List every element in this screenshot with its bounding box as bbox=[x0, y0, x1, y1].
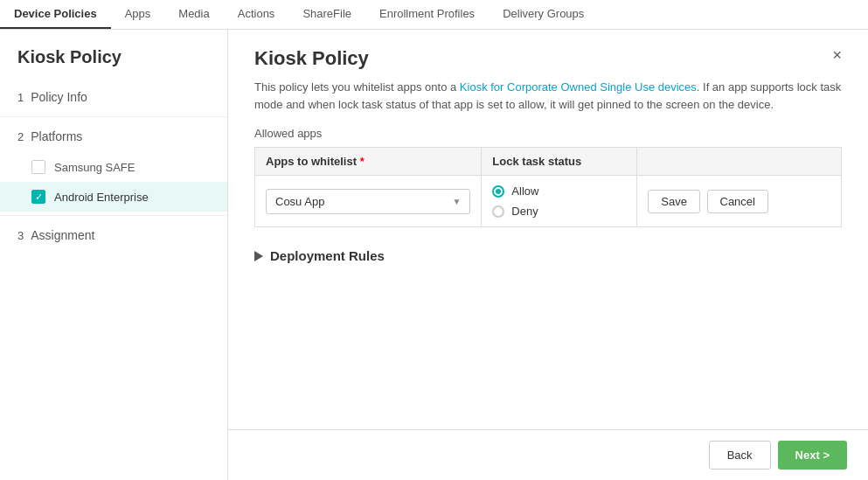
panel-header: Kiosk Policy × bbox=[254, 47, 842, 70]
sidebar: Kiosk Policy 1 Policy Info 2 Platforms S… bbox=[0, 30, 228, 480]
table-row: Cosu App ▼ Allow Deny bbox=[255, 176, 842, 227]
panel-description: This policy lets you whitelist apps onto… bbox=[254, 79, 842, 113]
sidebar-step-1[interactable]: 1 Policy Info bbox=[0, 81, 227, 113]
deny-label: Deny bbox=[511, 205, 538, 218]
sidebar-step-3[interactable]: 3 Assignment bbox=[0, 219, 227, 251]
bottom-bar: Back Next > bbox=[228, 429, 868, 480]
step-2-label: Platforms bbox=[31, 129, 82, 143]
nav-sharefile[interactable]: ShareFile bbox=[288, 0, 365, 29]
lock-task-cell: Allow Deny bbox=[482, 176, 637, 227]
allow-radio-circle[interactable] bbox=[492, 185, 504, 198]
required-star: * bbox=[360, 155, 365, 168]
sidebar-step-2[interactable]: 2 Platforms bbox=[0, 121, 227, 152]
triangle-right-icon bbox=[254, 251, 263, 261]
nav-delivery-groups[interactable]: Delivery Groups bbox=[489, 0, 598, 29]
deployment-rules-label: Deployment Rules bbox=[270, 248, 385, 263]
android-enterprise-label: Android Enterprise bbox=[54, 191, 149, 204]
radio-group: Allow Deny bbox=[492, 184, 626, 218]
nav-media[interactable]: Media bbox=[164, 0, 223, 29]
allowed-apps-label: Allowed apps bbox=[254, 127, 842, 140]
app-dropdown-value: Cosu App bbox=[275, 195, 324, 208]
radio-allow[interactable]: Allow bbox=[492, 184, 626, 198]
app-dropdown[interactable]: Cosu App ▼ bbox=[266, 189, 470, 214]
samsung-safe-checkbox[interactable] bbox=[31, 160, 45, 174]
col-actions bbox=[637, 148, 842, 176]
panel-title: Kiosk Policy bbox=[254, 47, 369, 70]
step-2-number: 2 bbox=[17, 130, 24, 143]
nav-enrollment-profiles[interactable]: Enrollment Profiles bbox=[365, 0, 489, 29]
step-1-label: Policy Info bbox=[31, 90, 87, 104]
cancel-row-button[interactable]: Cancel bbox=[707, 190, 768, 213]
deployment-rules-section[interactable]: Deployment Rules bbox=[254, 248, 842, 263]
android-enterprise-checkbox[interactable] bbox=[31, 190, 45, 204]
step-3-number: 3 bbox=[17, 229, 24, 242]
samsung-safe-label: Samsung SAFE bbox=[54, 161, 135, 174]
close-button[interactable]: × bbox=[832, 47, 842, 63]
whitelist-table: Apps to whitelist * Lock task status Cos… bbox=[254, 147, 842, 227]
sidebar-android-enterprise[interactable]: Android Enterprise bbox=[0, 182, 227, 212]
nav-apps[interactable]: Apps bbox=[111, 0, 165, 29]
nav-device-policies[interactable]: Device Policies bbox=[0, 0, 111, 29]
nav-actions[interactable]: Actions bbox=[224, 0, 289, 29]
main-content: Kiosk Policy × This policy lets you whit… bbox=[228, 30, 868, 480]
top-nav: Device Policies Apps Media Actions Share… bbox=[0, 0, 868, 30]
app-select-cell: Cosu App ▼ bbox=[255, 176, 482, 227]
radio-deny[interactable]: Deny bbox=[492, 205, 626, 218]
chevron-down-icon: ▼ bbox=[452, 197, 461, 206]
step-1-number: 1 bbox=[17, 91, 24, 104]
save-row-button[interactable]: Save bbox=[648, 190, 700, 213]
allow-label: Allow bbox=[511, 184, 538, 198]
deny-radio-circle[interactable] bbox=[492, 205, 504, 218]
kiosk-link[interactable]: Kiosk for Corporate Owned Single Use dev… bbox=[460, 80, 697, 94]
sidebar-samsung-safe[interactable]: Samsung SAFE bbox=[0, 152, 227, 182]
next-button[interactable]: Next > bbox=[778, 441, 847, 470]
step-3-label: Assignment bbox=[31, 228, 94, 242]
row-actions-cell: Save Cancel bbox=[637, 176, 842, 227]
main-layout: Kiosk Policy 1 Policy Info 2 Platforms S… bbox=[0, 30, 868, 480]
col-lock-task-status: Lock task status bbox=[482, 148, 637, 176]
col-apps-to-whitelist: Apps to whitelist * bbox=[255, 148, 482, 176]
sidebar-title: Kiosk Policy bbox=[0, 30, 227, 81]
back-button[interactable]: Back bbox=[709, 441, 771, 470]
